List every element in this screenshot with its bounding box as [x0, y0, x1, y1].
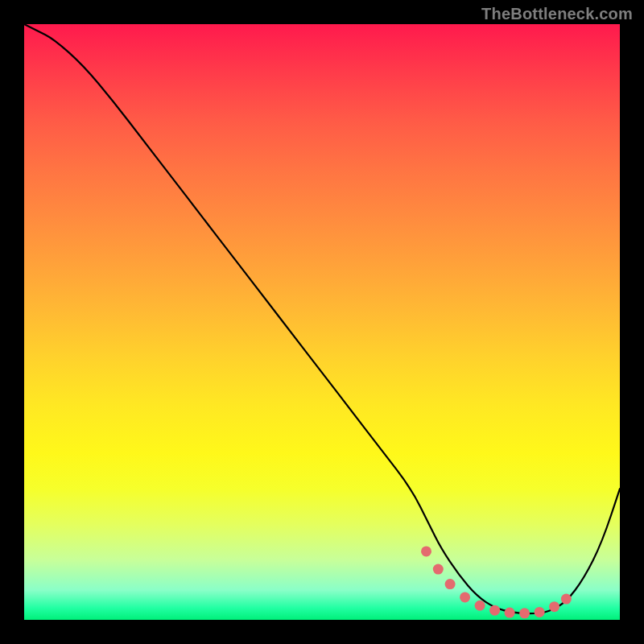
curve-markers: [421, 546, 572, 618]
chart-overlay: [24, 24, 620, 620]
curve-marker: [460, 592, 470, 602]
curve-marker: [489, 605, 500, 616]
curve-marker: [519, 608, 530, 618]
chart-frame: TheBottleneck.com: [0, 0, 644, 644]
curve-marker: [535, 607, 545, 617]
watermark-label: TheBottleneck.com: [481, 5, 633, 23]
curve-marker: [549, 601, 559, 612]
curve-marker: [445, 579, 456, 589]
curve-marker: [433, 564, 444, 575]
curve-marker: [421, 546, 431, 556]
curve-marker: [475, 601, 485, 611]
curve-marker: [561, 594, 572, 605]
bottleneck-curve: [24, 24, 620, 613]
curve-marker: [505, 608, 515, 618]
